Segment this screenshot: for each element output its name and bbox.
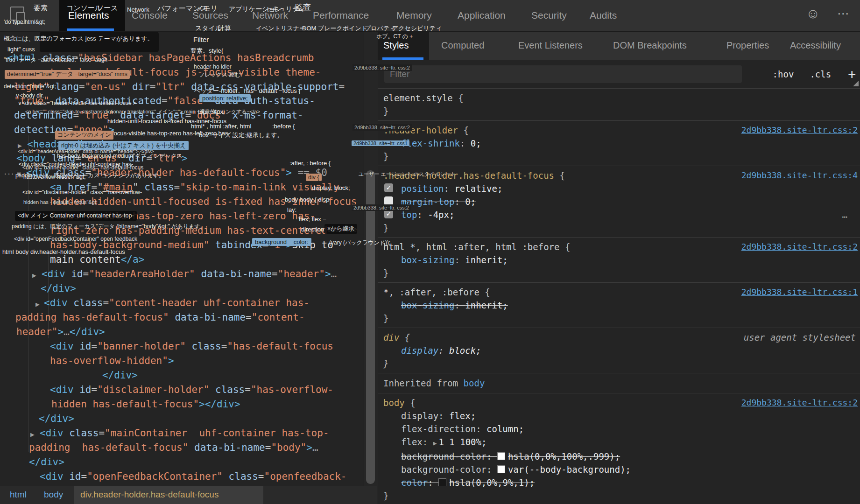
tab-audits[interactable]: Audits [590,10,617,21]
dom-tree-node[interactable]: hidden has-default-focus"></div> [51,399,240,410]
css-property-background-color[interactable]: background-color: var(--body-background)… [378,463,860,476]
style-rule--after-before: 2d9bb338.site-ltr.css:1*, :after, :befor… [378,283,860,328]
toggle-class-button[interactable]: .cls [810,69,831,79]
css-property-margin-top[interactable]: ✓margin-top: 0; [378,195,860,208]
dom-tree-node[interactable]: <div id="disclaimer-holder" class="has-o… [50,384,333,395]
feedback-smiley-icon[interactable]: ☺ [806,6,820,21]
translation-annotation: ホブ。CT の + [376,33,413,41]
breadcrumb-active[interactable]: div.header-holder.has-default-focus [80,490,219,500]
dom-panel-scrollbar[interactable] [364,31,378,504]
dom-tree-node[interactable]: <div id="openFeedbackContainer" class="o… [40,471,347,482]
styles-tab-event-listeners[interactable]: Event Listeners [518,40,583,51]
dom-tree-node[interactable]: padding has-default-focus" data-bi-name=… [29,442,318,453]
css-property-position[interactable]: ✓position: relative; [378,182,860,195]
new-style-rule-button[interactable]: + [848,67,856,82]
collapsed-arrow-icon[interactable]: ▶ [32,270,36,281]
dom-token: <div [40,427,69,439]
translation-annotation: 2d9bb338. site−ltr. css:2 [352,64,412,71]
dom-tree-node[interactable]: header">…</div> [16,326,105,337]
style-rule-element-style: element.style {} [378,89,860,121]
dom-token: > [182,153,188,164]
inherited-target-link[interactable]: body [464,378,485,388]
dom-tree-node[interactable]: padding has-default-focus" data-bi-name=… [15,312,305,323]
translation-annotation: 要素 [34,4,48,13]
dom-tree-node[interactable]: ▶<div class="content-header uhf-containe… [44,297,310,308]
rule-selector[interactable]: 2d9bb338.site-ltr.css:2html *, html :aft… [378,240,860,253]
styles-tab-computed[interactable]: Computed [441,40,484,51]
rule-selector[interactable]: user agent stylesheetdiv { [378,331,860,344]
dom-token: class [69,427,99,439]
breadcrumb-html[interactable]: html [10,490,27,500]
styles-tab-dom-breakpoints[interactable]: DOM Breakpoints [613,40,687,51]
dom-token: "en-us" [85,81,132,92]
closing-brace: } [378,266,860,280]
selector-text: html *, html :after, html :before [383,242,560,252]
property-name: box-sizing [401,300,454,310]
collapsed-arrow-icon[interactable]: ▶ [30,429,35,440]
scrollbar-thumb[interactable] [366,170,375,484]
dom-token: main content [50,254,121,265]
collapsed-arrow-icon[interactable]: ▶ [35,299,40,310]
stylesheet-source-link[interactable]: 2d9bb338.site-ltr.css:4 [741,169,858,182]
dom-token: = [83,268,89,280]
dom-tree-node[interactable]: main content</a> [50,254,144,265]
dom-tree-node[interactable]: ▶<div id="headerAreaHolder" data-bi-name… [42,268,337,280]
dom-token: padding has-default-focus" [29,442,194,453]
stylesheet-source-link[interactable]: 2d9bb338.site-ltr.css:2 [741,396,858,409]
rule-selector[interactable]: element.style { [378,91,860,105]
tab-performance[interactable]: Performance [313,10,369,21]
css-property-flex[interactable]: flex: ▶1 1 100%; [378,435,860,450]
dom-token: "content- [252,312,305,323]
resize-corner-icon [853,81,859,86]
styles-tab-accessibility[interactable]: Accessibility [790,40,841,51]
color-swatch[interactable] [438,478,446,486]
dom-token: <div [44,297,73,308]
stylesheet-source-link[interactable]: 2d9bb338.site-ltr.css:2 [741,124,858,137]
toggle-hover-state-button[interactable]: :hov [773,69,794,79]
css-property-display[interactable]: display: block; [378,344,860,357]
css-property-color[interactable]: color: hsla(0,0%,9%,1); [378,476,860,489]
dom-tree-node[interactable]: </div> [102,370,138,381]
rule-selector[interactable]: 2d9bb338.site-ltr.css:2.header-holder { [378,124,860,137]
dom-token: </div> [102,370,138,381]
css-property-box-sizing[interactable]: box-sizing: inherit; [378,253,860,266]
css-property-background-color[interactable]: background-color: hsla(0,0%,100%,.999); [378,450,860,463]
css-property-flex-direction[interactable]: flex-direction: column; [378,422,860,435]
css-property-flex-shrink[interactable]: flex-shrink: 0; [378,137,860,150]
property-checkbox-checked[interactable]: ✓ [384,183,393,192]
rule-selector[interactable]: 2d9bb338.site-ltr.css:1*, :after, :befor… [378,286,860,299]
dom-token: "banner-holder" [97,341,191,352]
dom-tree-node[interactable]: </div> [41,283,76,294]
css-property-display[interactable]: display: flex; [378,409,860,422]
translation-annotation: display: block; [312,184,350,191]
tab-memory[interactable]: Memory [396,10,432,21]
styles-filter-input[interactable] [384,65,742,83]
translation-annotation: padding には、既定のフォーカス"データ (bi)name="body"&… [12,223,205,231]
dom-tree-node[interactable]: </div> [39,413,74,424]
property-value: 0; [471,138,481,148]
dom-tree-node[interactable]: </div> [29,456,64,468]
tab-application[interactable]: Application [458,10,506,21]
breadcrumb-body[interactable]: body [44,490,63,500]
dom-tree-node[interactable]: <div id="banner-holder" class="has-defau… [50,341,333,352]
css-property-top[interactable]: ✓top: -4px; [378,208,860,221]
styles-tab-styles[interactable]: Styles [383,40,409,51]
css-property-box-sizing[interactable]: box-sizing: inherit; [378,299,860,312]
dom-token: id [69,471,81,482]
dom-tree-node[interactable]: ▶<div class="mainContainer uhf-container… [40,427,329,439]
color-swatch[interactable] [497,465,505,473]
translation-annotation: div { [306,174,322,181]
stylesheet-source-link[interactable]: 2d9bb338.site-ltr.css:2 [741,240,858,253]
rule-selector[interactable]: 2d9bb338.site-ltr.css:2body { [378,396,860,409]
tab-security[interactable]: Security [531,10,567,21]
more-options-icon[interactable]: ⋯ [837,7,850,21]
selected-tab-underline [67,28,114,31]
devtools-window: ElementsConsoleSourcesNetworkPerformance… [0,0,860,504]
property-name: position [401,183,444,194]
dom-tree-node[interactable]: has-overflow-hidden"> [50,355,174,366]
stylesheet-source-link[interactable]: 2d9bb338.site-ltr.css:1 [741,286,858,299]
more-properties-icon[interactable]: ⋯ [842,210,848,223]
color-swatch[interactable] [497,452,505,460]
styles-tab-properties[interactable]: Properties [726,40,769,51]
expand-value-arrow-icon[interactable]: ▶ [433,440,437,447]
